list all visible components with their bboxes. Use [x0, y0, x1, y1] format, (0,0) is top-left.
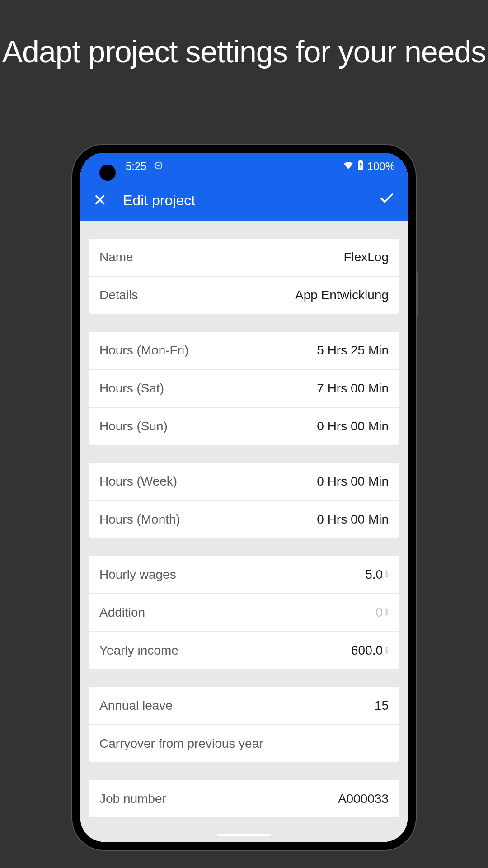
battery-percent: 100% — [367, 160, 395, 173]
hours-sat-row[interactable]: Hours (Sat) 7 Hrs 00 Min — [89, 370, 399, 407]
hours-sun-row[interactable]: Hours (Sun) 0 Hrs 00 Min — [89, 408, 399, 445]
home-indicator[interactable] — [217, 834, 271, 836]
hourly-wages-label: Hourly wages — [99, 567, 176, 582]
hours-month-row[interactable]: Hours (Month) 0 Hrs 00 Min — [89, 501, 399, 538]
battery-icon — [357, 160, 364, 173]
phone-screen: 5:25 — [80, 153, 408, 842]
yearly-income-value: 600.0 — [351, 643, 383, 658]
status-bar: 5:25 — [80, 153, 408, 180]
hours-sat-label: Hours (Sat) — [99, 381, 164, 396]
status-time: 5:25 — [126, 160, 147, 173]
app-bar: ✕ Edit project — [80, 180, 408, 221]
hours-monfri-row[interactable]: Hours (Mon-Fri) 5 Hrs 25 Min — [89, 332, 399, 369]
details-value: App Entwicklung — [295, 288, 389, 302]
hours-week-label: Hours (Week) — [99, 474, 177, 489]
addition-currency: $ — [385, 609, 389, 617]
addition-label: Addition — [99, 605, 145, 620]
job-number-row[interactable]: Job number A000033 — [89, 780, 399, 817]
hourly-wages-value: 5.0 — [365, 567, 383, 582]
close-icon[interactable]: ✕ — [93, 192, 107, 208]
wifi-icon — [343, 160, 354, 173]
name-row[interactable]: Name FlexLog — [89, 239, 399, 276]
svg-rect-2 — [359, 160, 362, 161]
hours-month-value: 0 Hrs 00 Min — [317, 512, 389, 527]
hourly-wages-row[interactable]: Hourly wages 5.0 $ — [89, 556, 399, 593]
app-bar-title: Edit project — [123, 192, 379, 209]
annual-leave-value: 15 — [375, 698, 389, 713]
carryover-row[interactable]: Carryover from previous year — [89, 725, 399, 762]
dnd-icon — [154, 160, 163, 173]
hours-monfri-label: Hours (Mon-Fri) — [99, 343, 189, 358]
job-number-label: Job number — [99, 792, 166, 806]
yearly-income-row[interactable]: Yearly income 600.0 $ — [89, 632, 399, 669]
annual-leave-label: Annual leave — [99, 698, 173, 713]
hourly-wages-currency: $ — [385, 571, 389, 579]
hours-sun-value: 0 Hrs 00 Min — [317, 419, 389, 434]
phone-frame: 5:25 — [72, 145, 416, 850]
side-button — [416, 271, 418, 316]
hours-monfri-value: 5 Hrs 25 Min — [317, 343, 389, 358]
hours-sat-value: 7 Hrs 00 Min — [317, 381, 389, 396]
camera-hole — [99, 165, 116, 181]
check-icon[interactable] — [379, 190, 395, 211]
promo-title: Adapt project settings for your needs — [0, 0, 488, 69]
hours-sun-label: Hours (Sun) — [99, 419, 168, 434]
addition-row[interactable]: Addition 0 $ — [89, 594, 399, 631]
name-value: FlexLog — [343, 250, 389, 264]
details-label: Details — [99, 288, 138, 302]
job-number-value: A000033 — [338, 792, 389, 806]
details-row[interactable]: Details App Entwicklung — [89, 277, 399, 314]
carryover-label: Carryover from previous year — [99, 736, 263, 751]
hours-week-row[interactable]: Hours (Week) 0 Hrs 00 Min — [89, 463, 399, 500]
hours-month-label: Hours (Month) — [99, 512, 180, 527]
yearly-income-label: Yearly income — [99, 643, 178, 658]
addition-value: 0 — [376, 605, 383, 620]
yearly-income-currency: $ — [385, 646, 389, 655]
annual-leave-row[interactable]: Annual leave 15 — [89, 687, 399, 724]
name-label: Name — [99, 250, 133, 264]
hours-week-value: 0 Hrs 00 Min — [317, 474, 389, 489]
content-area: Name FlexLog Details App Entwicklung Hou… — [80, 221, 408, 842]
